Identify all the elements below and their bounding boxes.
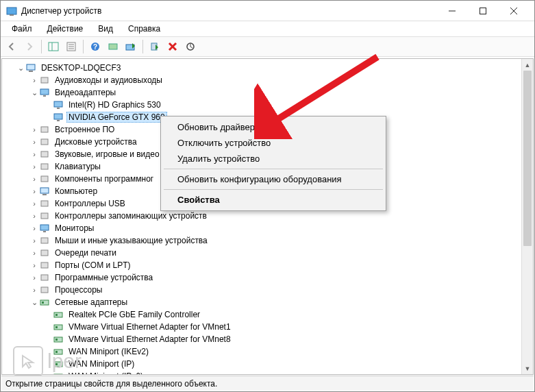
expand-toggle[interactable]: › [29, 187, 39, 195]
svg-rect-28 [57, 120, 60, 121]
tree-category[interactable]: ›Программные устройства [5, 271, 521, 284]
tree-device[interactable]: WAN Miniport (IPv6) [5, 370, 521, 374]
expand-toggle[interactable]: › [29, 162, 39, 171]
enable-device-button[interactable] [147, 38, 163, 55]
tree-device[interactable]: WAN Miniport (IKEv2) [5, 345, 521, 358]
network-adapter-icon [39, 297, 51, 308]
tree-device[interactable]: VMware Virtual Ethernet Adapter for VMne… [5, 333, 521, 345]
menu-file[interactable]: Файл [5, 23, 39, 35]
tree-category[interactable]: ⌄Видеоадаптеры [5, 86, 521, 99]
expand-toggle[interactable]: › [29, 273, 39, 282]
svg-rect-33 [41, 176, 48, 182]
tree-device[interactable]: Intel(R) HD Graphics 530 [5, 99, 521, 111]
back-button[interactable] [3, 38, 20, 55]
display-adapter-icon [39, 223, 51, 234]
node-label: Компоненты программног [53, 173, 155, 184]
expand-toggle[interactable]: › [29, 138, 39, 146]
update-driver-button[interactable] [123, 38, 139, 55]
window-title: Диспетчер устройств [21, 6, 436, 16]
tree-category[interactable]: ›Порты (COM и LPT) [5, 259, 521, 271]
device-tree[interactable]: ⌄DESKTOP-LDQECF3›Аудиовходы и аудиовыход… [2, 59, 521, 374]
collapse-toggle[interactable]: ⌄ [16, 64, 25, 73]
minimize-button[interactable] [436, 1, 467, 21]
scroll-thumb[interactable] [523, 71, 532, 246]
node-label: Компьютер [53, 186, 99, 197]
expand-toggle[interactable]: › [29, 125, 39, 134]
show-hide-tree-button[interactable] [45, 38, 62, 55]
ctx-separator [164, 169, 383, 169]
svg-rect-38 [40, 225, 49, 230]
ctx-properties[interactable]: Свойства [162, 192, 384, 208]
node-label: WAN Miniport (IP) [66, 358, 136, 369]
vertical-scrollbar[interactable]: ▲ ▼ [521, 59, 533, 374]
svg-rect-34 [40, 188, 49, 193]
tree-device[interactable]: WAN Miniport (IP) [5, 358, 521, 370]
ctx-uninstall-device[interactable]: Удалить устройство [162, 151, 384, 167]
tree-category[interactable]: ›Мониторы [5, 222, 521, 234]
tree-category[interactable]: ›Мыши и иные указывающие устройства [5, 234, 521, 247]
maximize-button[interactable] [467, 1, 498, 21]
menu-view[interactable]: Вид [91, 23, 120, 35]
scroll-down-arrow[interactable]: ▼ [522, 363, 533, 374]
device-icon [39, 235, 51, 246]
uninstall-button[interactable] [164, 38, 181, 55]
collapse-toggle[interactable]: ⌄ [29, 298, 39, 307]
expand-toggle[interactable]: › [29, 175, 39, 183]
expand-toggle[interactable]: › [29, 199, 39, 208]
tree-category[interactable]: ›Контроллеры запоминающих устройств [5, 210, 521, 222]
ctx-update-driver[interactable]: Обновить драйвер [162, 119, 384, 135]
expand-toggle[interactable]: › [29, 76, 39, 84]
node-label: Сетевые адаптеры [53, 297, 129, 308]
expand-toggle[interactable]: › [29, 236, 39, 245]
expand-toggle[interactable]: › [29, 150, 39, 158]
ctx-scan-hardware[interactable]: Обновить конфигурацию оборудования [162, 171, 384, 187]
close-button[interactable] [498, 1, 529, 21]
refresh-button[interactable] [182, 38, 199, 55]
svg-rect-44 [41, 287, 48, 293]
status-text: Открытие страницы свойств для выделенног… [5, 379, 217, 389]
menu-action[interactable]: Действие [40, 23, 90, 35]
svg-text:?: ? [93, 43, 97, 51]
network-adapter-icon [53, 346, 65, 357]
tree-category[interactable]: ⌄Сетевые адаптеры [5, 296, 521, 308]
svg-rect-50 [55, 326, 58, 328]
scan-hardware-button[interactable] [105, 38, 121, 55]
help-button[interactable]: ? [87, 38, 103, 55]
tree-device[interactable]: Realtek PCIe GbE Family Controller [5, 308, 521, 321]
tree-category[interactable]: ›Очереди печати [5, 247, 521, 259]
forward-button[interactable] [21, 38, 38, 55]
properties-button[interactable] [63, 38, 79, 55]
menu-help[interactable]: Справка [121, 23, 167, 35]
svg-rect-0 [7, 8, 16, 14]
svg-rect-27 [54, 114, 62, 119]
ctx-disable-device[interactable]: Отключить устройство [162, 135, 384, 151]
svg-rect-20 [27, 64, 35, 70]
scroll-up-arrow[interactable]: ▲ [522, 59, 533, 71]
svg-rect-30 [41, 139, 48, 145]
node-label: Встроенное ПО [53, 124, 116, 135]
tree-root[interactable]: ⌄DESKTOP-LDQECF3 [5, 62, 521, 74]
collapse-toggle[interactable]: ⌄ [29, 88, 39, 97]
device-icon [39, 75, 51, 86]
node-label: Процессоры [53, 284, 105, 295]
svg-rect-49 [54, 325, 62, 330]
toolbar-separator [142, 40, 143, 53]
device-icon [39, 247, 51, 258]
node-label: WAN Miniport (IKEv2) [66, 346, 151, 357]
device-icon [39, 173, 51, 184]
svg-rect-14 [109, 44, 117, 49]
expand-toggle[interactable]: › [29, 224, 39, 232]
expand-toggle[interactable]: › [29, 249, 39, 257]
ctx-separator [164, 189, 383, 190]
expand-toggle[interactable]: › [29, 286, 39, 294]
node-label: Дисковые устройства [53, 136, 139, 147]
tree-category[interactable]: ›Аудиовходы и аудиовыходы [5, 74, 521, 86]
tree-category[interactable]: ›Процессоры [5, 284, 521, 296]
network-adapter-icon [53, 321, 65, 332]
scroll-track[interactable] [522, 71, 533, 363]
expand-toggle[interactable]: › [29, 212, 39, 220]
expand-toggle[interactable]: › [29, 261, 39, 269]
display-adapter-icon [39, 87, 51, 98]
node-label: NVIDIA GeForce GTX 960 [66, 112, 167, 123]
tree-device[interactable]: VMware Virtual Ethernet Adapter for VMne… [5, 321, 521, 333]
